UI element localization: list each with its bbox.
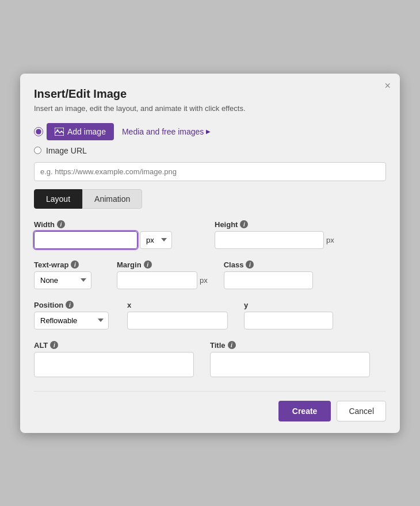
position-info-icon: i [66,301,74,309]
width-section: Width i Auto px % em [34,220,172,249]
footer-row: Create Cancel [34,391,386,421]
title-input[interactable] [210,352,370,377]
add-image-label: Add image [67,127,106,136]
alt-input[interactable] [34,352,194,377]
margin-group: Margin i 5 px [117,260,208,289]
media-link-arrow: ▶ [206,128,211,135]
tab-animation[interactable]: Animation [82,189,142,209]
x-label: x [127,301,131,309]
add-image-button[interactable]: Add image [47,123,114,140]
width-input[interactable]: Auto [34,231,138,249]
insert-edit-image-dialog: × Insert/Edit Image Insert an image, edi… [20,74,400,433]
add-image-radio[interactable] [34,127,43,136]
margin-label: Margin [117,260,142,269]
alt-group: ALT i [34,341,194,377]
width-height-row: Width i Auto px % em Height i [34,220,386,249]
height-info-icon: i [240,220,248,228]
y-group: y 0 [244,301,333,329]
position-select[interactable]: Reflowable Absolute Fixed [34,312,109,329]
width-unit-select[interactable]: px % em [140,231,172,249]
title-info-icon: i [228,341,236,349]
margin-info-icon: i [144,260,152,269]
layout-form: Width i Auto px % em Height i [34,220,386,379]
tab-row: Layout Animation [34,189,386,209]
title-group: Title i [210,341,370,377]
media-link-text: Media and free images [122,127,204,136]
cancel-button[interactable]: Cancel [337,401,386,421]
width-label: Width i [34,220,172,229]
y-input[interactable]: 0 [244,312,333,329]
dialog-subtitle: Insert an image, edit the layout, and an… [34,104,386,113]
height-unit-label: px [326,236,334,244]
x-input[interactable]: 0 [127,312,228,329]
x-group: x 0 [127,301,228,329]
close-button[interactable]: × [384,80,391,91]
source-row: Add image Media and free images ▶ [34,123,386,140]
width-info-icon: i [57,220,65,228]
class-input[interactable]: image684 [224,271,313,289]
position-label: Position [34,301,63,309]
class-group: Class i image684 [224,260,313,289]
height-label: Height i [215,220,334,229]
width-input-group: Auto px % em [34,231,172,249]
height-section: Height i Auto px [215,220,334,249]
position-group: Position i Reflowable Absolute Fixed [34,301,109,329]
image-icon [55,128,64,136]
image-url-label: Image URL [46,146,87,155]
textwrap-group: Text-wrap i None Left Right [34,260,91,289]
textwrap-label: Text-wrap [34,260,68,269]
margin-input[interactable]: 5 [117,271,197,289]
height-input-group: Auto px [215,231,334,249]
height-input[interactable]: Auto [215,231,324,249]
alt-info-icon: i [50,341,58,349]
y-label: y [244,301,248,309]
class-info-icon: i [246,260,254,269]
create-button[interactable]: Create [278,401,331,421]
position-xy-row: Position i Reflowable Absolute Fixed x 0… [34,301,386,329]
alt-label: ALT [34,341,48,350]
textwrap-info-icon: i [71,260,79,269]
media-free-images-link[interactable]: Media and free images ▶ [122,127,211,136]
textwrap-select[interactable]: None Left Right [34,271,91,289]
image-url-radio[interactable] [34,147,41,154]
alt-title-row: ALT i Title i [34,341,386,377]
dialog-title: Insert/Edit Image [34,87,386,101]
class-label: Class [224,260,244,269]
tab-layout[interactable]: Layout [34,189,82,209]
image-url-input[interactable] [34,162,386,181]
image-url-row: Image URL [34,146,386,155]
title-label: Title [210,341,226,350]
margin-unit-label: px [200,276,208,285]
textwrap-margin-class-row: Text-wrap i None Left Right Margin i 5 p… [34,260,386,289]
add-image-option[interactable]: Add image [34,123,114,140]
